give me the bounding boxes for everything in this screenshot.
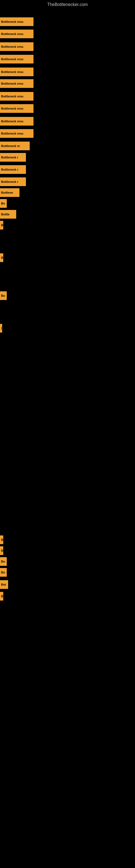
bar-row-4: Bottleneck resu [0, 55, 34, 63]
bar-row-15: Bottlene [0, 188, 19, 197]
bar-label-5: Bottleneck resu [0, 67, 34, 76]
bar-label-14: Bottleneck r [0, 177, 26, 186]
bar-label-6: Bottleneck resu [0, 79, 34, 88]
bar-label-24: | [0, 324, 2, 333]
bar-row-9: Bottleneck resu [0, 117, 34, 126]
bar-label-15: Bottlene [0, 188, 19, 197]
bar-row-10: Bottleneck resu [0, 129, 34, 138]
bar-label-39: B [0, 592, 3, 600]
bar-label-10: Bottleneck resu [0, 129, 34, 138]
bar-row-36: Bo [0, 557, 7, 566]
bar-row-35: B [0, 546, 3, 555]
bar-row-24: | [0, 324, 2, 333]
bar-label-37: Bo [0, 568, 7, 577]
bar-label-7: Bottleneck resu [0, 92, 34, 101]
bar-row-5: Bottleneck resu [0, 67, 34, 76]
bar-row-20: B [0, 253, 3, 262]
bar-row-22: Bo [0, 291, 7, 300]
bar-row-1: Bottleneck resu [0, 18, 34, 26]
bar-row-16: Bo [0, 199, 7, 208]
bar-label-34: B [0, 535, 3, 544]
bar-label-13: Bottleneck r [0, 165, 26, 174]
bar-row-6: Bottleneck resu [0, 79, 34, 88]
bar-row-38: Bot [0, 580, 8, 589]
bar-row-11: Bottleneck re [0, 142, 30, 150]
bar-row-7: Bottleneck resu [0, 92, 34, 101]
bar-label-35: B [0, 546, 3, 555]
bar-label-36: Bo [0, 557, 7, 566]
bar-label-20: B [0, 253, 3, 262]
bar-row-17: Bottle [0, 210, 16, 219]
bar-row-18: B [0, 221, 3, 229]
site-title: TheBottlenecker.com [0, 0, 135, 9]
bar-label-22: Bo [0, 291, 7, 300]
bar-row-2: Bottleneck resu [0, 30, 34, 38]
bar-label-4: Bottleneck resu [0, 55, 34, 63]
bar-label-18: B [0, 221, 3, 229]
bar-label-3: Bottleneck resu [0, 42, 34, 51]
bar-row-13: Bottleneck r [0, 165, 26, 174]
bar-row-14: Bottleneck r [0, 177, 26, 186]
bar-row-39: B [0, 592, 3, 600]
bar-label-17: Bottle [0, 210, 16, 219]
bar-label-38: Bot [0, 580, 8, 589]
bar-row-34: B [0, 535, 3, 544]
bar-row-8: Bottleneck resu [0, 104, 34, 113]
bar-label-8: Bottleneck resu [0, 104, 34, 113]
bar-label-16: Bo [0, 199, 7, 208]
bar-row-37: Bo [0, 568, 7, 577]
bar-row-12: Bottleneck r [0, 153, 26, 162]
bar-label-1: Bottleneck resu [0, 18, 34, 26]
bar-label-9: Bottleneck resu [0, 117, 34, 126]
bar-label-2: Bottleneck resu [0, 30, 34, 38]
bar-row-3: Bottleneck resu [0, 42, 34, 51]
bar-label-12: Bottleneck r [0, 153, 26, 162]
bar-label-11: Bottleneck re [0, 142, 30, 150]
